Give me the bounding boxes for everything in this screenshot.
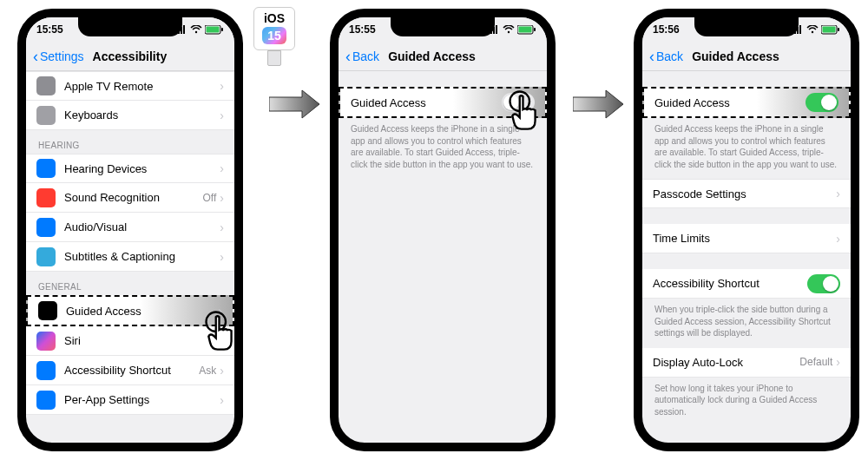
back-button[interactable]: ‹ Settings xyxy=(33,49,84,64)
autolock-desc: Set how long it takes your iPhone to aut… xyxy=(642,378,851,427)
row-label: Siri xyxy=(64,334,220,347)
battery-icon xyxy=(205,25,224,35)
ios-badge: iOS 15 xyxy=(253,7,295,66)
row-label: Keyboards xyxy=(64,108,220,122)
svg-point-4 xyxy=(195,31,197,33)
shortcut-desc: When you triple-click the side button du… xyxy=(642,299,851,348)
chevron-right-icon: › xyxy=(220,364,224,378)
row-icon xyxy=(36,332,56,351)
notch xyxy=(694,17,799,36)
guided-access-desc: Guided Access keeps the iPhone in a sing… xyxy=(642,118,851,179)
display-auto-lock-row[interactable]: Display Auto-Lock Default › xyxy=(642,348,851,378)
wifi-icon xyxy=(190,25,202,34)
usb-plug-icon xyxy=(267,50,281,66)
back-button[interactable]: ‹ Back xyxy=(345,49,379,64)
phone-guided-access-off: 15:55 ‹ Back Guided Access Guided Access… xyxy=(330,9,556,451)
row-label: Guided Access xyxy=(351,96,502,109)
row-value: Ask xyxy=(199,365,216,377)
guided-access-toggle-row[interactable]: Guided Access xyxy=(642,87,851,118)
row-icon xyxy=(36,391,56,410)
settings-row[interactable]: Passcode Settings› xyxy=(642,179,851,208)
chevron-left-icon: ‹ xyxy=(649,49,654,64)
chevron-right-icon: › xyxy=(836,187,840,200)
time-label: 15:55 xyxy=(349,23,376,36)
settings-row[interactable]: Apple TV Remote› xyxy=(26,71,234,101)
battery-icon xyxy=(517,25,536,35)
chevron-right-icon: › xyxy=(836,232,840,246)
chevron-right-icon: › xyxy=(220,250,224,264)
chevron-right-icon: › xyxy=(220,161,224,175)
settings-row[interactable]: Audio/Visual› xyxy=(26,213,234,242)
svg-rect-21 xyxy=(799,25,801,34)
settings-row[interactable]: Time Limits› xyxy=(642,224,851,253)
back-label: Back xyxy=(352,49,379,63)
svg-point-13 xyxy=(508,31,510,33)
page-title: Guided Access xyxy=(692,49,844,63)
toggle-switch[interactable] xyxy=(806,93,838,112)
back-button[interactable]: ‹ Back xyxy=(649,49,683,64)
time-label: 15:56 xyxy=(653,23,680,36)
wifi-icon xyxy=(503,25,515,34)
row-label: Sound Recognition xyxy=(64,191,203,204)
battery-icon xyxy=(821,25,840,35)
section-general: GENERAL xyxy=(26,272,234,295)
toggle-switch[interactable] xyxy=(807,274,840,293)
chevron-left-icon: ‹ xyxy=(345,49,351,64)
wifi-icon xyxy=(806,25,819,34)
settings-row[interactable]: Accessibility ShortcutAsk› xyxy=(26,356,234,385)
row-label: Time Limits xyxy=(653,232,836,245)
nav-bar: ‹ Settings Accessibility xyxy=(26,42,234,71)
row-label: Per-App Settings xyxy=(64,393,220,406)
row-label: Display Auto-Lock xyxy=(653,356,799,369)
chevron-right-icon: › xyxy=(220,79,224,93)
chevron-right-icon: › xyxy=(220,220,224,234)
row-icon xyxy=(36,361,56,380)
svg-rect-6 xyxy=(221,28,223,31)
settings-row[interactable]: Keyboards› xyxy=(26,101,234,130)
notch xyxy=(78,17,182,36)
tap-hand-icon xyxy=(200,306,243,358)
nav-bar: ‹ Back Guided Access xyxy=(642,42,851,71)
row-icon xyxy=(36,218,56,237)
row-icon xyxy=(36,76,56,95)
settings-row[interactable]: Per-App Settings› xyxy=(26,385,234,415)
row-label: Passcode Settings xyxy=(653,187,836,200)
svg-rect-25 xyxy=(823,26,836,32)
svg-rect-24 xyxy=(838,28,839,31)
section-hearing: HEARING xyxy=(26,130,234,154)
row-icon xyxy=(36,188,56,207)
nav-bar: ‹ Back Guided Access xyxy=(339,42,547,71)
settings-row[interactable]: Sound RecognitionOff› xyxy=(26,183,234,213)
svg-rect-15 xyxy=(534,28,536,31)
svg-rect-7 xyxy=(207,26,220,32)
settings-row[interactable]: Hearing Devices› xyxy=(26,154,234,183)
accessibility-shortcut-row[interactable]: Accessibility Shortcut xyxy=(642,269,851,299)
row-label: Accessibility Shortcut xyxy=(653,277,807,290)
row-label: Hearing Devices xyxy=(64,162,220,175)
phone-guided-access-on: 15:56 ‹ Back Guided Access Guided Access… xyxy=(634,9,859,451)
tap-hand-icon xyxy=(503,85,556,137)
svg-rect-16 xyxy=(519,26,532,32)
row-label: Subtitles & Captioning xyxy=(64,250,220,263)
row-icon xyxy=(36,106,56,125)
row-value: Off xyxy=(203,192,217,204)
row-label: Audio/Visual xyxy=(64,220,220,233)
row-label: Guided Access xyxy=(654,96,806,109)
row-value: Default xyxy=(799,356,832,368)
page-title: Guided Access xyxy=(388,49,540,63)
row-icon xyxy=(38,301,57,320)
svg-point-22 xyxy=(812,31,813,33)
ios-text: iOS xyxy=(258,11,291,25)
row-icon xyxy=(36,159,56,178)
page-title: Accessibility xyxy=(93,49,227,63)
back-label: Settings xyxy=(40,49,84,63)
row-icon xyxy=(36,247,56,266)
arrow-icon xyxy=(573,87,625,122)
chevron-right-icon: › xyxy=(220,191,224,205)
arrow-icon xyxy=(269,87,321,122)
phone-accessibility: 15:55 ‹ Settings Accessibility Apple TV … xyxy=(17,9,243,451)
settings-row[interactable]: Subtitles & Captioning› xyxy=(26,242,234,272)
svg-rect-12 xyxy=(496,25,497,34)
chevron-right-icon: › xyxy=(220,393,224,407)
chevron-right-icon: › xyxy=(220,108,224,122)
